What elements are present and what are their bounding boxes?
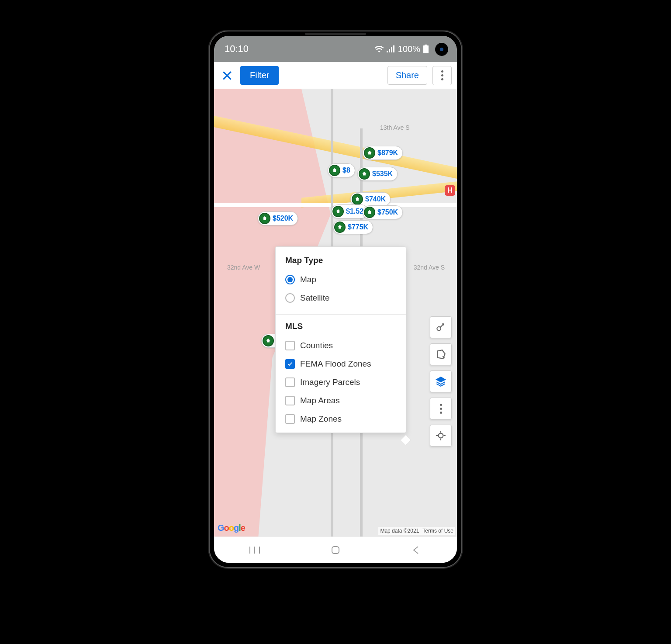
hospital-marker[interactable]: H	[445, 185, 455, 196]
close-button[interactable]	[219, 70, 235, 81]
svg-rect-2	[332, 547, 339, 554]
status-battery-text: 100%	[398, 44, 420, 54]
google-logo: Google	[218, 523, 245, 533]
checkbox-on-icon	[285, 359, 295, 369]
phone-screen: 10:10 100% Filter Share	[214, 36, 457, 563]
battery-icon	[423, 45, 429, 53]
option-label: Map	[300, 275, 316, 284]
nav-recents-button[interactable]	[242, 541, 268, 559]
street-label: 32nd Ave S	[414, 264, 445, 271]
close-icon	[221, 70, 233, 81]
home-icon	[330, 545, 341, 555]
mls-option-areas[interactable]: Map Areas	[276, 391, 406, 410]
map-type-option-satellite[interactable]: Satellite	[276, 289, 406, 307]
listing-pin[interactable]: $879K	[363, 146, 403, 160]
map-layers-popover: Map Type Map Satellite MLS Counties	[275, 246, 406, 433]
phone-frame: 10:10 100% Filter Share	[209, 31, 462, 568]
more-icon	[441, 70, 443, 80]
map-locate-button[interactable]	[430, 425, 452, 447]
front-camera	[435, 43, 448, 56]
listing-pin[interactable]: $775K	[333, 220, 373, 234]
terms-link[interactable]: Terms of Use	[422, 528, 453, 534]
nav-back-button[interactable]	[403, 541, 429, 559]
map-type-heading: Map Type	[276, 256, 406, 270]
listing-pin[interactable]: $520K	[258, 211, 298, 225]
divider	[276, 314, 406, 315]
option-label: Map Areas	[300, 396, 340, 405]
house-up-icon	[334, 222, 346, 233]
android-nav-bar	[214, 537, 457, 563]
map-draw-button[interactable]	[430, 343, 452, 365]
recents-icon	[249, 546, 260, 554]
mls-heading: MLS	[276, 322, 406, 336]
house-up-icon	[259, 213, 270, 224]
back-icon	[412, 545, 421, 555]
signal-icon	[387, 45, 395, 52]
mls-option-fema[interactable]: FEMA Flood Zones	[276, 355, 406, 373]
key-icon	[435, 322, 446, 333]
checkbox-off-icon	[285, 377, 295, 387]
pin-price: $775K	[348, 223, 368, 231]
wifi-icon	[374, 45, 384, 52]
checkbox-off-icon	[285, 341, 295, 350]
share-button[interactable]: Share	[387, 66, 427, 85]
radio-on-icon	[285, 275, 295, 284]
house-up-icon	[364, 207, 375, 218]
locate-icon	[435, 430, 446, 441]
mls-option-zones[interactable]: Map Zones	[276, 410, 406, 428]
map-more-button[interactable]	[430, 398, 452, 419]
filter-button[interactable]: Filter	[240, 66, 279, 85]
status-right: 100%	[374, 44, 429, 54]
checkbox-off-icon	[285, 414, 295, 424]
listing-pin[interactable]: $8	[328, 163, 355, 177]
map-data-label: Map data ©2021	[380, 528, 419, 534]
svg-point-0	[437, 327, 441, 331]
more-button[interactable]	[432, 66, 452, 85]
pin-price: $535K	[372, 170, 393, 178]
house-up-icon	[263, 335, 274, 346]
map-canvas[interactable]: 13th Ave S 32nd Ave S 32nd Ave W H $879K…	[214, 89, 457, 537]
more-icon	[440, 404, 442, 414]
mls-option-imagery[interactable]: Imagery Parcels	[276, 373, 406, 391]
pin-price: $740K	[365, 195, 386, 203]
house-up-icon	[332, 206, 344, 217]
option-label: FEMA Flood Zones	[300, 359, 371, 369]
map-attribution: Map data ©2021 Terms of Use	[378, 527, 455, 535]
option-label: Imagery Parcels	[300, 377, 360, 387]
mls-option-counties[interactable]: Counties	[276, 336, 406, 355]
layers-icon	[435, 376, 446, 387]
radio-off-icon	[285, 293, 295, 303]
checkbox-off-icon	[285, 396, 295, 405]
draw-polygon-icon	[435, 349, 446, 360]
option-label: Map Zones	[300, 414, 342, 424]
app-toolbar: Filter Share	[214, 62, 457, 89]
nav-home-button[interactable]	[322, 541, 349, 559]
pin-price: $750K	[377, 208, 398, 216]
pin-price: $8	[342, 166, 350, 174]
street-label: 32nd Ave W	[227, 264, 260, 271]
house-up-icon	[352, 194, 363, 205]
map-side-buttons	[430, 316, 452, 447]
status-bar: 10:10 100%	[214, 36, 457, 62]
map-type-option-map[interactable]: Map	[276, 270, 406, 289]
house-up-icon	[364, 147, 375, 159]
listing-pin[interactable]: $750K	[363, 205, 403, 219]
map-layers-button[interactable]	[430, 370, 452, 392]
listing-pin[interactable]: $535K	[357, 167, 398, 181]
pin-price: $520K	[273, 215, 293, 222]
pin-price: $1.52	[346, 208, 363, 215]
status-time: 10:10	[225, 43, 249, 55]
house-up-icon	[359, 168, 370, 180]
map-key-button[interactable]	[430, 316, 452, 338]
street-label: 13th Ave S	[380, 124, 409, 131]
pin-price: $879K	[377, 149, 398, 157]
option-label: Satellite	[300, 293, 330, 303]
house-up-icon	[329, 165, 340, 176]
option-label: Counties	[300, 341, 333, 350]
svg-point-1	[439, 433, 443, 438]
